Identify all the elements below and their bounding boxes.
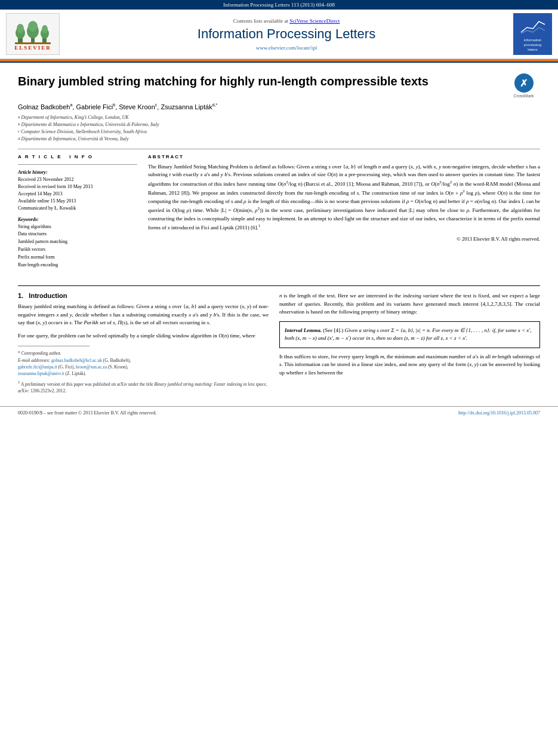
- keyword-6: Run-length encoding: [18, 262, 137, 269]
- section-1-number: 1.: [18, 292, 23, 299]
- author-3: Steve Kroonc: [119, 103, 157, 110]
- email-kroon[interactable]: kroon@sun.ac.za: [76, 364, 107, 370]
- svg-point-2: [17, 24, 24, 33]
- revised-date: Received in revised form 10 May 2013: [18, 183, 137, 190]
- received-date: Received 23 November 2012: [18, 176, 137, 183]
- article-info-abstract-row: A R T I C L E I N F O Article history: R…: [18, 154, 540, 274]
- journal-thumb-graph-icon: [518, 16, 548, 36]
- svg-rect-10: [518, 16, 548, 36]
- contents-line: Contents lists available at SciVerse Sci…: [66, 18, 507, 24]
- available-date: Available online 15 May 2013: [18, 198, 137, 205]
- svg-point-5: [28, 21, 38, 32]
- journal-citation: Information Processing Letters 113 (2013…: [223, 2, 335, 8]
- lemma-text: (See [4].) Given a string s over Σ = {a,…: [285, 327, 532, 342]
- section-1-para2: For one query, the problem can be solved…: [18, 332, 269, 340]
- article-info-col: A R T I C L E I N F O Article history: R…: [18, 154, 137, 274]
- author-4: Zsuzsanna Liptákd,*: [161, 103, 217, 110]
- issn-text: 0020-0190/$ – see front matter © 2013 El…: [18, 410, 157, 416]
- authors-line: Golnaz Badkobeha, Gabriele Ficib, Steve …: [18, 103, 540, 110]
- svg-point-8: [42, 25, 48, 33]
- keyword-4: Parikh vectors: [18, 246, 137, 254]
- affil-3: c Computer Science Division, Stellenbosc…: [18, 128, 540, 136]
- journal-title-center: Contents lists available at SciVerse Sci…: [66, 18, 507, 51]
- paper-body: 1. Introduction Binary jumbled string ma…: [0, 286, 558, 406]
- bottom-bar: 0020-0190/$ – see front matter © 2013 El…: [0, 406, 558, 419]
- keyword-3: Jumbled pattern matching: [18, 238, 137, 246]
- paper-title: Binary jumbled string matching for highl…: [18, 73, 499, 89]
- body-right-col: n is the length of the text. Here we are…: [279, 292, 540, 394]
- orange-rule: [0, 59, 558, 62]
- journal-thumbnail: informationprocessingletters: [513, 13, 552, 55]
- keyword-5: Prefix normal form: [18, 254, 137, 262]
- accepted-date: Accepted 14 May 2013: [18, 190, 137, 198]
- email-liptak[interactable]: zsuzsanna.liptak@univr.it: [18, 371, 64, 376]
- journal-thumb-text: informationprocessingletters: [524, 38, 542, 52]
- section-1-heading: 1. Introduction: [18, 292, 269, 299]
- journal-top-bar: Information Processing Letters 113 (2013…: [0, 0, 558, 10]
- journal-banner: ELSEVIER Contents lists available at Sci…: [0, 10, 558, 59]
- email-fici[interactable]: gabriele.fici@unipa.it: [18, 364, 57, 370]
- svg-rect-9: [15, 42, 51, 44]
- affiliations: a Department of Informatics, King’s Coll…: [18, 114, 540, 143]
- body-left-col: 1. Introduction Binary jumbled string ma…: [18, 292, 269, 394]
- author-2: Gabriele Ficib: [76, 103, 115, 110]
- journal-main-title: Information Processing Letters: [66, 26, 507, 42]
- keywords-label: Keywords:: [18, 217, 137, 222]
- paper-content: Binary jumbled string matching for highl…: [0, 63, 558, 285]
- crossmark-badge: ✗ CrossMark: [507, 73, 540, 98]
- author-1: Golnaz Badkobeha: [18, 103, 72, 110]
- keywords-group: Keywords: String algorithms Data structu…: [18, 217, 137, 269]
- body-two-col: 1. Introduction Binary jumbled string ma…: [18, 292, 540, 394]
- body-right-para1: n is the length of the text. Here we are…: [279, 292, 540, 316]
- journal-header: Information Processing Letters 113 (2013…: [0, 0, 558, 63]
- copyright-line: © 2013 Elsevier B.V. All rights reserved…: [148, 236, 540, 242]
- section-divider-2: [18, 164, 137, 165]
- section-divider-1: [18, 149, 540, 149]
- sciverse-link[interactable]: SciVerse ScienceDirect: [289, 18, 340, 24]
- lemma-title: Interval Lemma.: [285, 327, 322, 333]
- journal-url[interactable]: www.elsevier.com/locate/ipl: [256, 45, 317, 51]
- article-info-title: A R T I C L E I N F O: [18, 154, 137, 159]
- history-label: Article history:: [18, 170, 137, 175]
- keyword-2: Data structures: [18, 231, 137, 238]
- abstract-title: ABSTRACT: [148, 154, 540, 159]
- elsevier-tree-icon: [15, 18, 51, 45]
- body-right-para2: It thus suffices to store, for every que…: [279, 353, 540, 377]
- footnote-divider: [18, 346, 90, 346]
- affil-1: a Department of Informatics, King’s Coll…: [18, 114, 540, 121]
- elsevier-logo: ELSEVIER: [6, 13, 60, 55]
- keyword-list: String algorithms Data structures Jumble…: [18, 223, 137, 269]
- footnote-1: 1 A preliminary version of this paper wa…: [18, 379, 269, 394]
- crossmark-label: CrossMark: [514, 94, 534, 98]
- keyword-1: String algorithms: [18, 223, 137, 231]
- elsevier-logo-inner: ELSEVIER: [6, 13, 60, 55]
- footnote-star: * Corresponding author. E-mail addresses…: [18, 350, 269, 377]
- section-1-title: Introduction: [29, 292, 67, 299]
- crossmark-icon: ✗: [514, 73, 534, 93]
- affil-4: d Dipartimento di Informatica, Universit…: [18, 136, 540, 143]
- email-badkobeh[interactable]: golnaz.badkobeh@kcl.ac.uk: [51, 358, 102, 363]
- elsevier-label: ELSEVIER: [14, 45, 51, 51]
- abstract-text: The Binary Jumbled String Matching Probl…: [148, 163, 540, 232]
- lemma-box: Interval Lemma. (See [4].) Given a strin…: [279, 321, 540, 348]
- abstract-col: ABSTRACT The Binary Jumbled String Match…: [148, 154, 540, 274]
- paper-title-row: Binary jumbled string matching for highl…: [18, 73, 540, 98]
- section-1-para1: Binary jumbled string matching is define…: [18, 303, 269, 327]
- communicated-by: Communicated by Ł. Kowalik: [18, 205, 137, 212]
- doi-link[interactable]: http://dx.doi.org/10.1016/j.ipl.2013.05.…: [458, 410, 540, 416]
- article-history-group: Article history: Received 23 November 20…: [18, 170, 137, 212]
- affil-2: b Dipartimento di Matematica e Informati…: [18, 121, 540, 128]
